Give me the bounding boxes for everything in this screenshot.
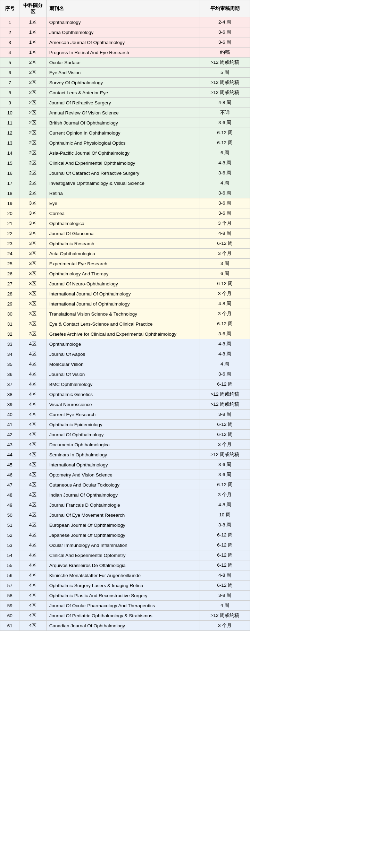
cell-period: >12 周或约稿 <box>200 88 250 98</box>
cell-journal-name: Arquivos Brasileiros De Oftalmologia <box>46 560 200 570</box>
cell-num: 55 <box>0 560 19 570</box>
cell-num: 3 <box>0 37 19 48</box>
cell-num: 36 <box>0 369 19 379</box>
cell-period: 4 周 <box>200 178 250 188</box>
table-row: 142区Asia-Pacific Journal Of Ophthalmolog… <box>0 148 250 158</box>
cell-zone: 4区 <box>19 369 46 379</box>
cell-period: >12 周或约稿 <box>200 78 250 88</box>
cell-zone: 3区 <box>19 329 46 339</box>
cell-zone: 4区 <box>19 470 46 480</box>
cell-zone: 4区 <box>19 420 46 430</box>
cell-zone: 2区 <box>19 118 46 128</box>
table-row: 193区Eye3-6 周 <box>0 198 250 208</box>
cell-zone: 3区 <box>19 269 46 279</box>
table-row: 62区Eye And Vision5 周 <box>0 68 250 78</box>
cell-num: 12 <box>0 128 19 138</box>
cell-num: 41 <box>0 420 19 430</box>
table-row: 604区Journal Of Pediatric Ophthalmology &… <box>0 611 250 621</box>
cell-journal-name: Journal Of Aapos <box>46 349 200 359</box>
cell-journal-name: Ophthalmologica <box>46 218 200 229</box>
table-row: 263区Ophthalmology And Therapy6 周 <box>0 269 250 279</box>
cell-period: 4-8 周 <box>200 158 250 168</box>
cell-zone: 3区 <box>19 249 46 259</box>
cell-zone: 4区 <box>19 359 46 369</box>
cell-zone: 3区 <box>19 309 46 319</box>
cell-num: 43 <box>0 440 19 450</box>
cell-zone: 1区 <box>19 17 46 27</box>
cell-num: 5 <box>0 58 19 68</box>
cell-journal-name: Investigative Ophthalmology & Visual Sci… <box>46 178 200 188</box>
cell-journal-name: Current Eye Research <box>46 410 200 420</box>
cell-num: 54 <box>0 550 19 560</box>
cell-zone: 1区 <box>19 37 46 48</box>
cell-num: 28 <box>0 289 19 299</box>
table-row: 203区Cornea3-6 周 <box>0 208 250 218</box>
table-row: 213区Ophthalmologica3 个月 <box>0 218 250 229</box>
cell-period: 6-12 周 <box>200 530 250 540</box>
cell-period: 4-8 周 <box>200 570 250 581</box>
cell-period: 3-6 周 <box>200 470 250 480</box>
cell-zone: 3区 <box>19 229 46 239</box>
cell-num: 1 <box>0 17 19 27</box>
table-row: 31区American Journal Of Ophthalmology3-6 … <box>0 37 250 48</box>
cell-period: 3 周 <box>200 259 250 269</box>
cell-zone: 4区 <box>19 530 46 540</box>
cell-period: 5 周 <box>200 68 250 78</box>
cell-journal-name: Annual Review Of Vision Science <box>46 108 200 118</box>
table-row: 344区Journal Of Aapos4-8 周 <box>0 349 250 359</box>
table-row: 534区Ocular Immunology And Inflammation6-… <box>0 540 250 550</box>
cell-zone: 2区 <box>19 58 46 68</box>
cell-num: 14 <box>0 148 19 158</box>
header-zone: 中科院分区 <box>19 0 46 17</box>
cell-num: 16 <box>0 168 19 178</box>
table-row: 293区International Journal of Ophthalmolo… <box>0 299 250 309</box>
cell-period: 不详 <box>200 108 250 118</box>
cell-zone: 4区 <box>19 480 46 490</box>
table-row: 21区Jama Ophthalmology3-6 周 <box>0 27 250 37</box>
cell-journal-name: Translational Vision Science & Technolog… <box>46 309 200 319</box>
cell-num: 10 <box>0 108 19 118</box>
cell-period: >12 周或约稿 <box>200 58 250 68</box>
cell-period: 3 个月 <box>200 440 250 450</box>
cell-period: 3-6 周 <box>200 27 250 37</box>
table-row: 41区Progress In Retinal And Eye Research约… <box>0 48 250 58</box>
cell-journal-name: Journal Of Neuro-Ophthalmology <box>46 279 200 289</box>
cell-num: 44 <box>0 450 19 460</box>
cell-num: 59 <box>0 601 19 611</box>
cell-num: 9 <box>0 98 19 108</box>
cell-zone: 4区 <box>19 601 46 611</box>
cell-zone: 4区 <box>19 540 46 550</box>
cell-zone: 4区 <box>19 379 46 389</box>
cell-num: 22 <box>0 229 19 239</box>
cell-journal-name: Ophthalmic Plastic And Reconstructive Su… <box>46 591 200 601</box>
cell-zone: 2区 <box>19 68 46 78</box>
cell-journal-name: International Journal of Ophthalmology <box>46 299 200 309</box>
cell-journal-name: Current Opinion In Ophthalmology <box>46 128 200 138</box>
cell-zone: 4区 <box>19 560 46 570</box>
table-row: 243区Acta Ophthalmologica3 个月 <box>0 249 250 259</box>
cell-journal-name: Journal Of Eye Movement Research <box>46 510 200 520</box>
cell-journal-name: Ophthalmic And Physiological Optics <box>46 138 200 148</box>
cell-period: >12 周或约稿 <box>200 611 250 621</box>
cell-zone: 4区 <box>19 550 46 560</box>
cell-period: 6-12 周 <box>200 430 250 440</box>
table-row: 564区Klinische Monatsblatter Fur Augenhei… <box>0 570 250 581</box>
cell-journal-name: Journal Francais D Ophtalmologie <box>46 500 200 510</box>
table-row: 434区Documenta Ophthalmologica3 个月 <box>0 440 250 450</box>
cell-period: 3 个月 <box>200 249 250 259</box>
table-row: 172区Investigative Ophthalmology & Visual… <box>0 178 250 188</box>
cell-period: 4 周 <box>200 601 250 611</box>
cell-num: 18 <box>0 188 19 198</box>
cell-zone: 1区 <box>19 48 46 58</box>
cell-journal-name: Klinische Monatsblatter Fur Augenheilkun… <box>46 570 200 581</box>
cell-journal-name: Japanese Journal Of Ophthalmology <box>46 530 200 540</box>
cell-zone: 2区 <box>19 108 46 118</box>
cell-journal-name: European Journal Of Ophthalmology <box>46 520 200 530</box>
header-name: 期刊名 <box>46 0 200 17</box>
cell-journal-name: Cornea <box>46 208 200 218</box>
cell-num: 45 <box>0 460 19 470</box>
cell-num: 31 <box>0 319 19 329</box>
cell-period: 6-12 周 <box>200 581 250 591</box>
cell-journal-name: Progress In Retinal And Eye Research <box>46 48 200 58</box>
cell-num: 15 <box>0 158 19 168</box>
